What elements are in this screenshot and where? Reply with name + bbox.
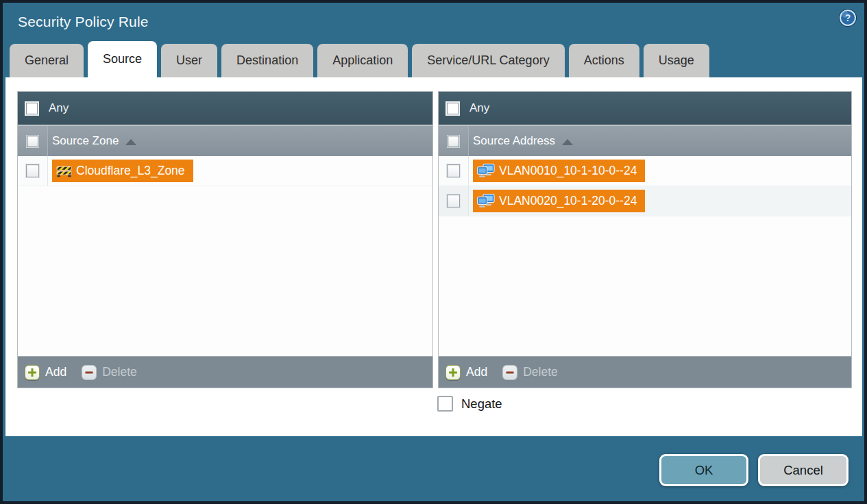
source-zone-column-title: Source Zone: [52, 134, 119, 148]
zone-chip[interactable]: Cloudflare_L3_Zone: [52, 160, 193, 182]
cancel-button[interactable]: Cancel: [758, 454, 848, 486]
row-checkbox-cell: [439, 156, 469, 186]
delete-button[interactable]: Delete: [502, 365, 558, 380]
security-policy-rule-dialog: Security Policy Rule ? General Source Us…: [3, 3, 864, 501]
source-address-any-header: Any: [439, 92, 851, 125]
cancel-label: Cancel: [783, 463, 823, 478]
source-address-any-label: Any: [469, 101, 489, 115]
delete-icon: [82, 365, 97, 380]
source-zone-select-all-checkbox[interactable]: [27, 136, 38, 147]
negate-label: Negate: [461, 396, 502, 412]
select-all-cell: [18, 126, 48, 156]
select-all-cell: [439, 126, 469, 156]
row-content: Cloudflare_L3_Zone: [48, 156, 193, 186]
source-address-column-sort[interactable]: Source Address: [469, 126, 573, 156]
delete-label: Delete: [523, 365, 558, 379]
source-zone-panel: Any Source Zone: [17, 91, 433, 388]
tab-label: Source: [103, 52, 142, 66]
delete-label: Delete: [102, 365, 137, 379]
source-address-column-header: Source Address: [439, 125, 851, 156]
tab-application[interactable]: Application: [317, 44, 408, 77]
add-button[interactable]: Add: [445, 365, 487, 380]
source-address-select-all-checkbox[interactable]: [448, 136, 459, 147]
tab-service-url-category[interactable]: Service/URL Category: [412, 44, 564, 77]
add-icon: [25, 365, 40, 380]
address-icon: [477, 194, 495, 209]
source-zone-any-header: Any: [18, 92, 432, 125]
tab-strip: General Source User Destination Applicat…: [10, 44, 709, 77]
tab-label: Usage: [659, 53, 694, 68]
source-zone-list: Cloudflare_L3_Zone: [18, 156, 432, 356]
row-content: VLAN0020_10-1-20-0--24: [469, 186, 645, 216]
tab-actions[interactable]: Actions: [569, 44, 639, 77]
add-label: Add: [466, 365, 487, 379]
table-row[interactable]: Cloudflare_L3_Zone: [18, 156, 432, 186]
row-checkbox[interactable]: [447, 164, 460, 177]
row-checkbox-cell: [18, 156, 48, 186]
svg-text:?: ?: [845, 12, 851, 23]
address-chip[interactable]: VLAN0020_10-1-20-0--24: [473, 190, 645, 212]
tab-label: Destination: [236, 53, 298, 68]
sort-ascending-icon: [562, 139, 573, 145]
delete-icon: [502, 365, 517, 380]
sort-ascending-icon: [125, 139, 136, 145]
add-label: Add: [45, 365, 66, 379]
source-zone-column-header: Source Zone: [18, 125, 432, 156]
source-address-footer: Add Delete: [439, 356, 851, 388]
row-checkbox[interactable]: [447, 194, 460, 207]
source-zone-any-label: Any: [49, 101, 69, 115]
add-button[interactable]: Add: [25, 365, 66, 380]
zone-label: Cloudflare_L3_Zone: [76, 164, 185, 178]
row-checkbox-cell: [439, 186, 469, 216]
address-label: VLAN0010_10-1-10-0--24: [499, 164, 637, 178]
tab-destination[interactable]: Destination: [221, 44, 313, 77]
source-address-any-checkbox[interactable]: [445, 101, 460, 116]
source-address-list: VLAN0010_10-1-10-0--24: [439, 156, 851, 356]
table-row[interactable]: VLAN0010_10-1-10-0--24: [439, 156, 851, 186]
source-zone-column-sort[interactable]: Source Zone: [48, 126, 136, 156]
tab-general[interactable]: General: [10, 44, 84, 77]
address-icon: [477, 164, 495, 179]
source-tab-panel: Any Source Zone: [5, 77, 862, 436]
ok-button[interactable]: OK: [659, 454, 748, 486]
add-icon: [445, 365, 461, 380]
tab-label: User: [176, 53, 202, 68]
negate-checkbox[interactable]: [437, 396, 453, 412]
tab-source[interactable]: Source: [88, 41, 157, 77]
help-icon[interactable]: ?: [838, 8, 857, 27]
tab-usage[interactable]: Usage: [644, 44, 709, 77]
source-address-column-title: Source Address: [473, 134, 555, 148]
zone-icon: [56, 164, 72, 177]
table-row[interactable]: VLAN0020_10-1-20-0--24: [439, 186, 851, 216]
tab-label: Actions: [584, 53, 624, 68]
address-label: VLAN0020_10-1-20-0--24: [499, 194, 637, 208]
row-content: VLAN0010_10-1-10-0--24: [469, 156, 645, 186]
row-checkbox[interactable]: [26, 164, 39, 177]
source-zone-any-checkbox[interactable]: [25, 101, 39, 116]
negate-row: Negate: [437, 396, 502, 412]
ok-label: OK: [695, 463, 713, 478]
address-chip[interactable]: VLAN0010_10-1-10-0--24: [473, 160, 645, 182]
dialog-title: Security Policy Rule: [18, 14, 149, 30]
dialog-titlebar: Security Policy Rule ?: [3, 3, 864, 44]
source-zone-footer: Add Delete: [18, 356, 432, 388]
tab-label: Application: [332, 53, 393, 68]
delete-button[interactable]: Delete: [82, 365, 137, 380]
tab-label: General: [25, 53, 69, 68]
tab-label: Service/URL Category: [427, 53, 549, 68]
source-address-panel: Any Source Address: [438, 91, 852, 388]
tab-user[interactable]: User: [161, 44, 217, 77]
